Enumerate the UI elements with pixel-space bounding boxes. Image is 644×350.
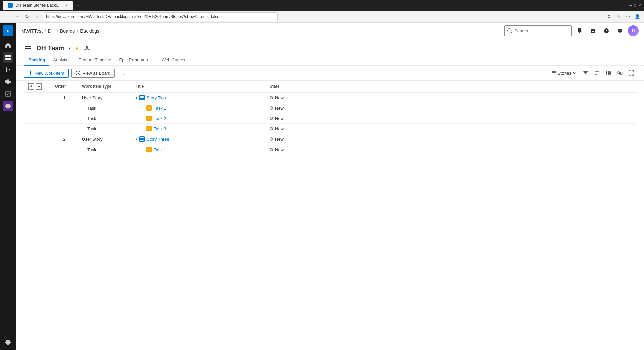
sidebar-item-boards[interactable] [3,52,13,63]
user-story-type-label: User Story [82,137,102,142]
tab-backlog[interactable]: Backlog [24,55,49,66]
home-button[interactable]: ⌂ [33,13,41,21]
sidebar-item-settings[interactable] [3,337,13,347]
more-options-button[interactable]: ... [117,68,127,78]
row-extra [319,124,636,134]
navigation-toggle[interactable] [24,45,32,52]
toolbar-right: Stories [549,68,636,78]
column-options-button[interactable] [604,68,613,78]
new-tab-button[interactable]: + [76,2,79,8]
table-row: 1 User Story ▾ [24,93,636,103]
row-type: Task [78,103,131,113]
refresh-button[interactable]: ↻ [23,13,31,21]
title-content: ✓ Task 1 [136,105,262,111]
row-title-text[interactable]: Task 1 [154,147,166,152]
view-as-board-button[interactable]: View as Board [71,69,115,78]
sidebar-item-repos[interactable] [3,64,13,75]
svg-rect-2 [5,58,8,60]
row-title-text[interactable]: Task 1 [154,106,166,111]
window-maximize[interactable]: □ [634,3,636,7]
row-title-text[interactable]: Task 3 [154,126,166,131]
title-content: ✓ Task 2 [136,116,262,121]
row-title-cell: ✓ Task 2 [131,113,266,124]
row-collapse-icon[interactable]: ▾ [136,96,137,100]
state-content: New [270,95,315,100]
state-content: New [270,147,315,152]
address-bar[interactable]: https://dev.azure.com/MWITTest/DH/_backl… [43,12,278,21]
row-title-text[interactable]: Story Two [147,95,166,100]
team-members-icon[interactable] [84,45,90,52]
stories-dropdown[interactable]: Stories [549,69,579,77]
sidebar-item-testplans[interactable] [3,89,13,99]
title-content: ▾ Story Two [136,95,262,100]
fullscreen-button[interactable] [627,68,636,78]
row-state-cell: New [266,124,319,134]
tab-feature-timeline[interactable]: Feature Timeline [75,55,115,66]
window-close[interactable]: ✕ [638,3,641,8]
bookmark-icon[interactable]: ☆ [614,13,623,21]
expand-all-button[interactable]: + [28,83,34,90]
state-content: New [270,126,315,131]
sidebar-item-artifacts[interactable] [3,101,13,111]
sidebar-item-overview[interactable] [3,40,13,51]
row-title-text[interactable]: Task 2 [154,116,166,121]
row-collapse-icon[interactable]: ▾ [136,137,137,141]
row-type: Task [78,144,131,155]
row-order [51,113,78,124]
stories-label: Stories [558,71,571,76]
state-content: New [270,106,315,111]
extensions-icon[interactable]: ⚙ [605,13,613,21]
filter-icon [583,70,588,76]
sidebar-item-pipelines[interactable] [3,76,13,87]
team-favorite-icon[interactable]: ★ [75,45,79,51]
main-content: MWITTest / DH / Boards / Backlogs [16,39,644,350]
collapse-all-button[interactable]: − [36,83,42,90]
backlog-table: + − Order Work Item Type Title State [24,81,636,155]
row-title-cell: ▾ Story Two [131,93,266,103]
col-type-header: Work Item Type [78,81,131,93]
task-type-label: Task [87,106,96,111]
state-label: New [275,147,284,152]
tab-web-context[interactable]: Web Context [158,55,191,66]
forward-button[interactable]: → [13,13,21,21]
list-icon [552,71,556,75]
window-minimize[interactable]: ─ [630,3,632,7]
back-button[interactable]: ← [3,13,11,21]
group-by-button[interactable] [592,68,602,78]
azure-devops-logo[interactable] [3,25,13,36]
expand-controls: + − [28,83,47,90]
row-title-cell: ✓ Task 1 [131,103,266,113]
new-work-item-button[interactable]: New Work Item [24,69,69,78]
row-type: User Story [78,93,131,103]
browser-tab[interactable]: DH Team Stories Backlog - Boa... ✕ [3,1,73,10]
chevron-down-icon [573,71,576,75]
state-label: New [275,116,284,121]
row-expand-cell [24,113,51,124]
tab-divider [155,57,155,63]
toolbar: New Work Item View as Board ... [16,66,644,81]
state-indicator [270,137,273,141]
item-type-cell: User Story [82,95,127,100]
tab-close-button[interactable]: ✕ [65,4,68,7]
settings-button[interactable] [615,68,625,78]
row-state-cell: New [266,93,319,103]
row-order [51,124,78,134]
rail-bottom [3,337,13,347]
state-label: New [275,95,284,100]
user-story-icon [139,95,145,100]
task-type-label: Task [87,116,96,121]
user-profile-icon[interactable]: 👤 [633,13,641,21]
browser-more-icon[interactable]: ⋯ [624,13,632,21]
row-title-text[interactable]: Story Three [147,137,169,142]
tab-analytics[interactable]: Analytics [49,55,75,66]
filter-button[interactable] [581,68,590,78]
item-type-cell: Task [82,126,127,131]
team-name[interactable]: DH Team [36,44,65,52]
row-order: 1 [51,93,78,103]
row-expand-cell [24,134,51,144]
tab-epic-roadmap[interactable]: Epic Roadmap [115,55,152,66]
state-indicator [270,117,273,120]
svg-rect-1 [8,55,11,57]
team-chevron-icon[interactable]: ▾ [69,46,71,51]
board-icon [76,71,80,75]
